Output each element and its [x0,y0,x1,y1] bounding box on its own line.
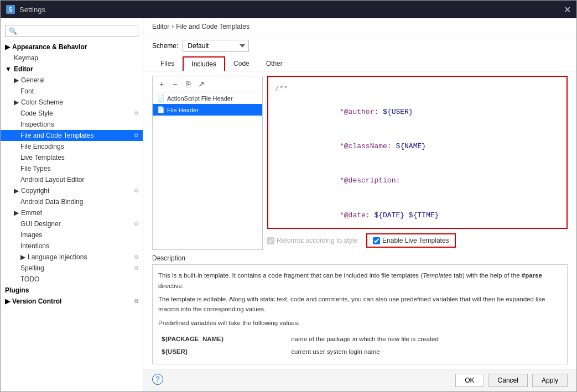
copy-button[interactable]: ⎘ [183,79,194,90]
code-editor[interactable]: /** *@author: ${USER} *@className: ${NAM… [267,76,568,229]
sidebar-item-appearance[interactable]: ▶ Appearance & Behavior [1,41,143,53]
description-table: ${PACKAGE_NAME} name of the package in w… [158,332,562,358]
file-list-toolbar: + − ⎘ ↗ [153,76,262,92]
scheme-row: Scheme: Default Project [143,35,576,56]
dialog-footer: ? OK Cancel Apply [143,369,576,391]
table-row: ${PACKAGE_NAME} name of the package in w… [159,333,560,344]
main-content: ▶ Appearance & Behavior Keymap ▼ Editor … [1,18,576,391]
file-item-actionscript[interactable]: 📄 ActionScript File Header [153,92,262,104]
cancel-button[interactable]: Cancel [488,374,528,387]
reformat-checkbox-group[interactable]: Reformat according to style [267,237,357,244]
sidebar-item-emmet[interactable]: ▶ Emmet [1,207,143,218]
settings-window: S Settings ✕ ▶ Appearance & Behavior Key… [0,0,577,392]
sidebar-item-color-scheme[interactable]: ▶ Color Scheme [1,97,143,108]
tabs-row: Files Includes Code Other [143,56,576,71]
breadcrumb-arrow: › [171,23,174,30]
sidebar-item-keymap[interactable]: Keymap [1,53,143,64]
sidebar-item-language-injections[interactable]: ▶ Language Injections ⧉ [1,252,143,263]
sidebar-item-editor[interactable]: ▼ Editor [1,64,143,75]
search-input[interactable] [5,25,138,37]
checkboxes-row: Reformat according to style Enable Live … [267,231,568,250]
help-button[interactable]: ? [152,374,163,385]
reformat-checkbox[interactable] [267,237,274,244]
expand-icon-vc: ▶ [5,297,10,305]
title-bar: S Settings ✕ [1,1,576,18]
code-line-3: *@className: ${NAME} [275,129,560,164]
sidebar-item-android-layout[interactable]: Android Layout Editor [1,174,143,185]
copy-icon-lang: ⧉ [134,254,138,260]
breadcrumb-current: File and Code Templates [176,23,249,30]
remove-button[interactable]: − [169,79,180,90]
description-label: Description [152,254,568,262]
apply-button[interactable]: Apply [532,374,568,387]
expand-icon: ▶ [5,43,10,51]
enable-live-templates-box: Enable Live Templates [366,233,456,248]
description-text3: Predefined variables will take the follo… [158,318,562,328]
sidebar-item-font[interactable]: Font [1,86,143,97]
add-button[interactable]: + [156,79,167,90]
breadcrumb-parent: Editor [152,23,169,30]
file-list: 📄 ActionScript File Header 📄 File Header [153,92,262,249]
copy-icon-copyright: ⧉ [134,187,138,194]
file-icon-actionscript: 📄 [157,95,165,102]
var-desc-1: name of the package in which the new fil… [289,333,560,344]
sidebar-item-general[interactable]: ▶ General [1,75,143,86]
file-icon-header: 📄 [157,106,165,113]
sidebar-item-copyright[interactable]: ▶ Copyright ⧉ [1,185,143,196]
copy-icon-spell: ⧉ [134,265,138,271]
sidebar-item-images[interactable]: Images [1,229,143,241]
live-templates-checkbox-group[interactable]: Enable Live Templates [373,237,449,244]
sidebar-item-plugins[interactable]: Plugins [1,285,143,296]
file-item-header[interactable]: 📄 File Header [153,104,262,116]
description-section: Description This is a built-in template.… [143,254,576,369]
copy-icon-gui: ⧉ [134,221,138,227]
sidebar-item-spelling[interactable]: Spelling ⧉ [1,263,143,274]
live-templates-label: Enable Live Templates [382,237,449,244]
parse-bold: #parse [522,272,542,279]
code-line-5: *@date: ${DATE} ${TIME} [275,198,560,229]
sidebar-item-gui-designer[interactable]: GUI Designer ⧉ [1,218,143,229]
code-line-1: /** [275,83,560,95]
sidebar-item-todo[interactable]: TODO [1,274,143,285]
sidebar-item-inspections[interactable]: Inspections [1,119,143,130]
sidebar-item-intentions[interactable]: Intentions [1,241,143,252]
file-list-panel: + − ⎘ ↗ 📄 ActionScript File Header 📄 Fil… [152,76,263,250]
expand-icon-general: ▶ [14,76,19,84]
code-panel: /** *@author: ${USER} *@className: ${NAM… [267,76,568,250]
sidebar-item-file-types[interactable]: File Types [1,163,143,174]
description-text1: This is a built-in template. It contains… [158,270,562,291]
tab-files[interactable]: Files [152,56,183,71]
sidebar: ▶ Appearance & Behavior Keymap ▼ Editor … [1,18,143,391]
copy-icon-vc: ⧉ [134,298,138,305]
sidebar-item-version-control[interactable]: ▶ Version Control ⧉ [1,296,143,307]
editor-area: + − ⎘ ↗ 📄 ActionScript File Header 📄 Fil… [143,71,576,254]
expand-icon-lang: ▶ [20,253,25,261]
sidebar-item-file-encodings[interactable]: File Encodings [1,141,143,152]
tab-other[interactable]: Other [258,56,291,71]
sidebar-item-code-style[interactable]: Code Style ⧉ [1,108,143,119]
expand-icon-emmet: ▶ [14,209,19,217]
code-line-4: *@description: [275,164,560,198]
export-button[interactable]: ↗ [196,79,207,90]
description-box: This is a built-in template. It contains… [152,264,568,364]
title-bar-left: S Settings [6,5,45,14]
copy-icon: ⧉ [134,110,138,117]
sidebar-item-android-data-binding[interactable]: Android Data Binding [1,196,143,207]
scheme-select[interactable]: Default Project [183,40,249,52]
sidebar-item-live-templates[interactable]: Live Templates [1,152,143,163]
breadcrumb: Editor › File and Code Templates [143,18,576,35]
main-panel: Editor › File and Code Templates Scheme:… [143,18,576,391]
expand-icon-color: ▶ [14,98,19,106]
var-name-1: ${PACKAGE_NAME} [159,333,288,344]
sidebar-item-file-code-templates[interactable]: File and Code Templates ⧉ [1,130,143,141]
expand-icon-copyright: ▶ [14,187,19,195]
app-icon: S [6,5,15,14]
code-line-2: *@author: ${USER} [275,95,560,129]
scheme-label: Scheme: [152,42,178,50]
ok-button[interactable]: OK [455,374,484,387]
tab-code[interactable]: Code [225,56,258,71]
description-text2: The template is editable. Along with sta… [158,294,562,315]
live-templates-checkbox[interactable] [373,237,380,244]
close-button[interactable]: ✕ [564,4,571,15]
tab-includes[interactable]: Includes [183,56,225,71]
